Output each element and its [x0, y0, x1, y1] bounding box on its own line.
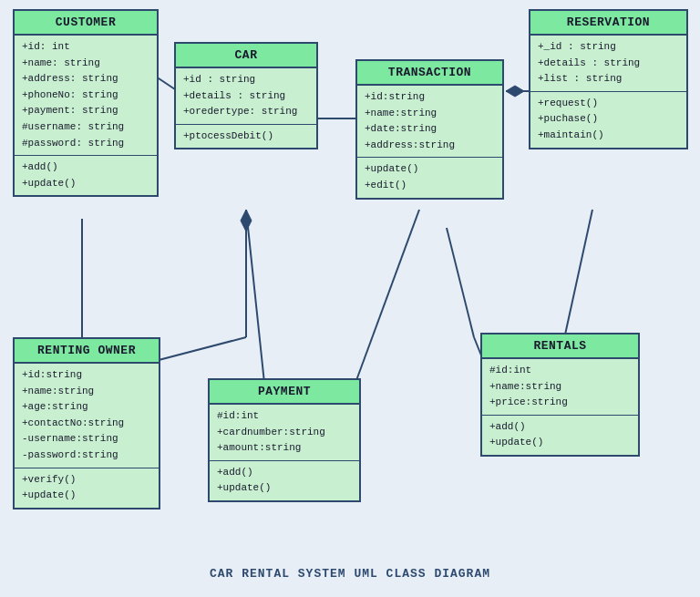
customer-attr-2: +name: string: [22, 56, 149, 72]
customer-attr-4: +phoneNo: string: [22, 87, 149, 104]
payment-attr-1: #id:int: [217, 408, 352, 425]
customer-methods: +add() +update(): [15, 156, 157, 195]
reservation-attributes: +_id : string +details : string +list : …: [530, 36, 686, 92]
svg-line-6: [246, 210, 264, 383]
payment-attr-3: +amount:string: [217, 440, 352, 457]
car-class: CAR +id : string +details : string +ored…: [174, 42, 318, 149]
transaction-methods: +update() +edit(): [357, 158, 502, 197]
reservation-attr-3: +list : string: [538, 71, 679, 87]
reservation-methods: +request() +puchase() +maintain(): [530, 92, 686, 148]
rentals-header: RENTALS: [482, 335, 638, 359]
renting-owner-methods: +verify() +update(): [15, 468, 159, 508]
rentals-method-2: +update(): [489, 435, 631, 451]
reservation-method-2: +puchase(): [538, 111, 679, 128]
transaction-attr-1: +id:string: [365, 89, 495, 106]
renting-owner-class: RENTING OWNER +id:string +name:string +a…: [13, 337, 160, 510]
customer-attr-5: +payment: string: [22, 103, 149, 119]
svg-marker-3: [506, 86, 524, 97]
reservation-method-3: +maintain(): [538, 128, 679, 144]
customer-attr-6: #username: string: [22, 119, 149, 136]
renting-owner-attributes: +id:string +name:string +age:string +con…: [15, 364, 159, 468]
customer-method-1: +add(): [22, 160, 149, 176]
payment-header: PAYMENT: [210, 380, 359, 405]
transaction-header: TRANSACTION: [357, 61, 502, 86]
car-methods: +ptocessDebit(): [176, 125, 316, 149]
car-attributes: +id : string +details : string +orederty…: [176, 68, 316, 125]
transaction-class: TRANSACTION +id:string +name:string +dat…: [355, 59, 504, 200]
transaction-attr-4: +address:string: [365, 138, 495, 154]
reservation-method-1: +request(): [538, 96, 679, 112]
customer-attr-1: +id: int: [22, 39, 149, 56]
car-attr-1: +id : string: [183, 72, 309, 88]
rentals-attr-2: +name:string: [489, 379, 631, 396]
rentals-method-1: +add(): [489, 419, 631, 436]
rentals-attr-1: #id:int: [489, 363, 631, 379]
car-method-1: +ptocessDebit(): [183, 129, 309, 145]
renting-owner-attr-3: +age:string: [22, 399, 151, 416]
car-header: CAR: [176, 44, 316, 68]
payment-methods: +add() +update(): [210, 461, 359, 500]
renting-owner-method-1: +verify(): [22, 472, 151, 489]
transaction-method-2: +edit(): [365, 178, 495, 194]
svg-line-10: [447, 228, 474, 337]
transaction-attributes: +id:string +name:string +date:string +ad…: [357, 86, 502, 158]
renting-owner-attr-5: -username:string: [22, 431, 151, 448]
customer-attr-3: +address: string: [22, 71, 149, 87]
payment-method-1: +add(): [217, 465, 352, 481]
renting-owner-header: RENTING OWNER: [15, 339, 159, 364]
rentals-attributes: #id:int +name:string +price:string: [482, 359, 638, 416]
rentals-methods: +add() +update(): [482, 416, 638, 455]
car-attr-2: +details : string: [183, 88, 309, 105]
diagram-container: CUSTOMER +id: int +name: string +address…: [0, 0, 700, 597]
svg-marker-7: [241, 210, 252, 232]
car-attr-3: +oredertype: string: [183, 104, 309, 120]
rentals-attr-3: +price:string: [489, 395, 631, 411]
svg-line-8: [355, 210, 419, 383]
reservation-header: RESERVATION: [530, 11, 686, 36]
transaction-attr-2: +name:string: [365, 106, 495, 122]
renting-owner-attr-1: +id:string: [22, 367, 151, 384]
payment-method-2: +update(): [217, 480, 352, 497]
customer-attributes: +id: int +name: string +address: string …: [15, 36, 157, 156]
customer-class: CUSTOMER +id: int +name: string +address…: [13, 9, 159, 197]
transaction-method-1: +update(): [365, 161, 495, 178]
renting-owner-attr-4: +contactNo:string: [22, 416, 151, 432]
payment-attr-2: +cardnumber:string: [217, 425, 352, 441]
renting-owner-attr-6: -password:string: [22, 448, 151, 464]
reservation-attr-2: +details : string: [538, 56, 679, 72]
reservation-class: RESERVATION +_id : string +details : str…: [529, 9, 688, 149]
diagram-title: CAR RENTAL SYSTEM UML CLASS DIAGRAM: [210, 567, 490, 581]
payment-attributes: #id:int +cardnumber:string +amount:strin…: [210, 405, 359, 461]
customer-attr-7: #password: string: [22, 136, 149, 152]
renting-owner-method-2: +update(): [22, 488, 151, 504]
reservation-attr-1: +_id : string: [538, 39, 679, 56]
renting-owner-attr-2: +name:string: [22, 384, 151, 400]
customer-header: CUSTOMER: [15, 11, 157, 36]
payment-class: PAYMENT #id:int +cardnumber:string +amou…: [208, 378, 361, 502]
customer-method-2: +update(): [22, 176, 149, 192]
transaction-attr-3: +date:string: [365, 121, 495, 138]
rentals-class: RENTALS #id:int +name:string +price:stri…: [480, 333, 640, 457]
